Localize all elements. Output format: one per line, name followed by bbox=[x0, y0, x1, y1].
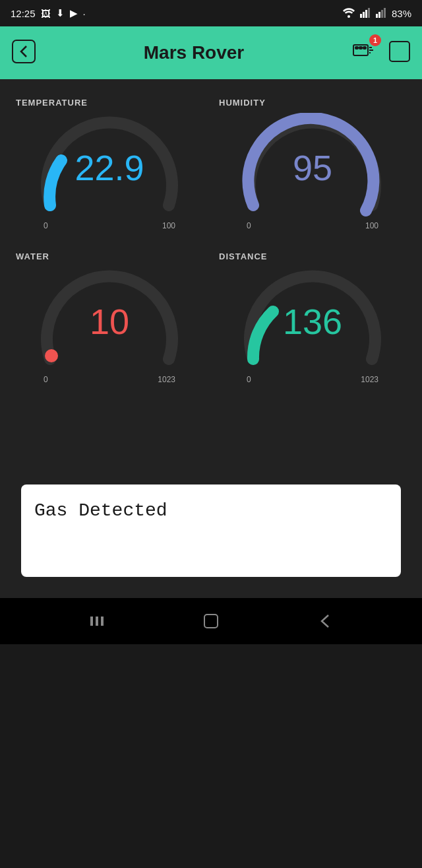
signal2-icon bbox=[376, 7, 388, 20]
distance-label: DISTANCE bbox=[219, 251, 406, 261]
water-gauge-cell: WATER 10 0 1023 bbox=[11, 244, 208, 392]
distance-gauge-cell: DISTANCE 136 0 1023 bbox=[214, 244, 411, 392]
app-header: Mars Rover 1 bbox=[0, 26, 422, 79]
wifi-icon bbox=[342, 7, 356, 20]
svg-rect-4 bbox=[368, 8, 370, 18]
menu-button[interactable] bbox=[388, 40, 411, 66]
humidity-gauge: 95 bbox=[237, 113, 388, 218]
notification-badge: 1 bbox=[369, 34, 381, 46]
svg-rect-8 bbox=[384, 8, 386, 18]
water-value: 10 bbox=[90, 301, 129, 342]
temperature-value: 22.9 bbox=[75, 147, 144, 188]
humidity-min: 0 bbox=[247, 221, 251, 230]
svg-rect-12 bbox=[359, 47, 362, 49]
svg-rect-6 bbox=[378, 12, 380, 18]
water-gauge: 10 bbox=[34, 267, 185, 372]
nav-home-button[interactable] bbox=[201, 611, 221, 631]
nav-back-button[interactable] bbox=[315, 611, 335, 631]
svg-rect-20 bbox=[96, 617, 98, 626]
status-indicators: 83% bbox=[342, 7, 411, 20]
svg-rect-11 bbox=[355, 47, 358, 49]
svg-point-18 bbox=[45, 349, 58, 362]
humidity-value: 95 bbox=[293, 147, 332, 188]
photo-icon: 🖼 bbox=[41, 8, 51, 19]
status-bar: 12:25 🖼 ⬇ ▶ · bbox=[0, 0, 422, 26]
distance-min: 0 bbox=[247, 375, 251, 384]
temperature-gauge-cell: TEMPERATURE 22.9 0 100 bbox=[11, 90, 208, 238]
log-section: Gas Detected bbox=[11, 484, 411, 587]
svg-rect-17 bbox=[390, 42, 409, 61]
nav-menu-button[interactable] bbox=[87, 611, 107, 631]
svg-rect-21 bbox=[101, 617, 104, 626]
humidity-max: 100 bbox=[365, 221, 378, 230]
svg-rect-1 bbox=[360, 14, 362, 18]
main-content: TEMPERATURE 22.9 0 100 HUMIDITY bbox=[0, 79, 422, 598]
temperature-max: 100 bbox=[162, 221, 175, 230]
svg-point-0 bbox=[347, 15, 350, 18]
app-title: Mars Rover bbox=[144, 42, 245, 63]
log-text: Gas Detected bbox=[34, 500, 167, 521]
notification-button[interactable]: 1 bbox=[351, 38, 377, 67]
svg-rect-22 bbox=[204, 615, 218, 628]
svg-rect-9 bbox=[13, 40, 35, 63]
signal-icon bbox=[360, 7, 372, 20]
temperature-min: 0 bbox=[44, 221, 48, 230]
humidity-label: HUMIDITY bbox=[219, 98, 406, 108]
distance-gauge: 136 bbox=[237, 267, 388, 372]
nav-bar bbox=[0, 598, 422, 644]
download-icon: ⬇ bbox=[56, 7, 65, 19]
svg-rect-19 bbox=[90, 617, 93, 626]
distance-max: 1023 bbox=[361, 375, 378, 384]
water-min: 0 bbox=[44, 375, 48, 384]
distance-value: 136 bbox=[283, 301, 342, 342]
svg-rect-3 bbox=[365, 10, 367, 18]
status-time: 12:25 🖼 ⬇ ▶ · bbox=[11, 7, 86, 19]
svg-rect-2 bbox=[363, 12, 365, 18]
distance-minmax: 0 1023 bbox=[247, 375, 378, 384]
header-actions: 1 bbox=[351, 38, 411, 67]
water-max: 1023 bbox=[158, 375, 175, 384]
dot-icon: · bbox=[83, 8, 86, 19]
svg-rect-5 bbox=[376, 14, 378, 18]
water-minmax: 0 1023 bbox=[44, 375, 175, 384]
battery-display: 83% bbox=[392, 8, 411, 19]
time-display: 12:25 bbox=[11, 8, 36, 19]
temperature-label: TEMPERATURE bbox=[16, 98, 203, 108]
svg-rect-7 bbox=[381, 10, 383, 18]
temperature-minmax: 0 100 bbox=[44, 221, 175, 230]
temperature-gauge: 22.9 bbox=[34, 113, 185, 218]
humidity-gauge-cell: HUMIDITY 95 0 100 bbox=[214, 90, 411, 238]
back-button[interactable] bbox=[11, 38, 37, 67]
humidity-minmax: 0 100 bbox=[247, 221, 378, 230]
svg-rect-13 bbox=[363, 47, 366, 49]
water-label: WATER bbox=[16, 251, 203, 261]
youtube-icon: ▶ bbox=[70, 7, 78, 19]
log-box: Gas Detected bbox=[21, 484, 401, 577]
gauge-grid: TEMPERATURE 22.9 0 100 HUMIDITY bbox=[11, 90, 411, 392]
